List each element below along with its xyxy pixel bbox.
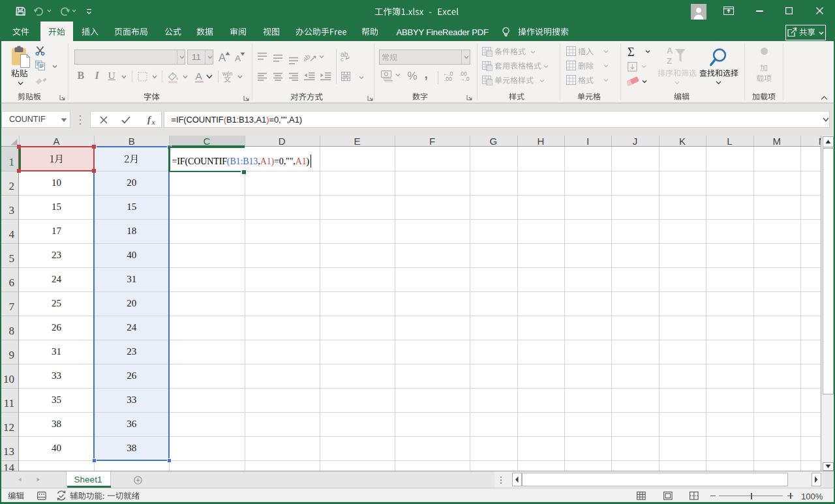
svg-text:Z: Z	[667, 56, 672, 65]
svg-text:.00: .00	[444, 76, 452, 82]
svg-text:c: c	[341, 56, 344, 62]
svg-text:ab: ab	[304, 52, 312, 63]
svg-text:→.0: →.0	[459, 76, 470, 82]
svg-text:A: A	[667, 46, 673, 55]
